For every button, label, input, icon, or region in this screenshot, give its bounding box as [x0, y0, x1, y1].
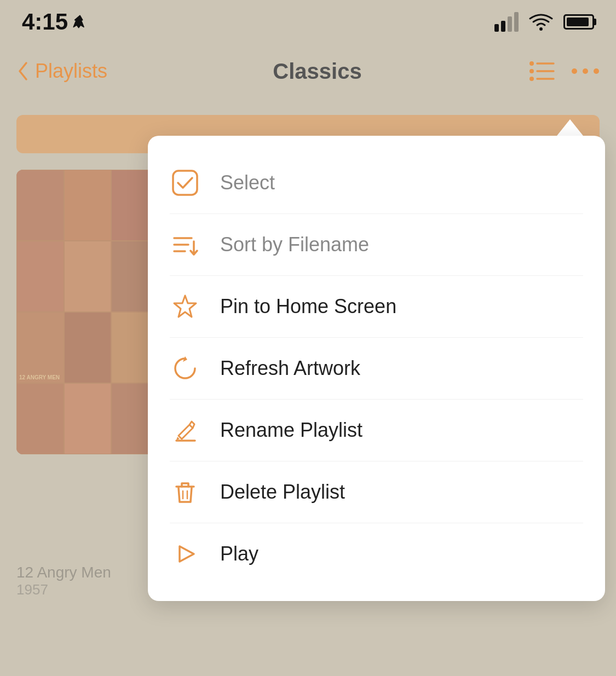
- play-icon: [170, 539, 200, 569]
- signal-icon: [494, 12, 519, 32]
- wifi-icon: [528, 12, 554, 32]
- menu-item-select[interactable]: Select: [170, 152, 583, 214]
- nav-actions: [527, 59, 600, 84]
- location-icon: [72, 14, 88, 30]
- svg-rect-10: [173, 171, 197, 195]
- page-title: Classics: [273, 59, 361, 84]
- more-icon[interactable]: [571, 66, 600, 77]
- svg-point-3: [529, 77, 534, 81]
- play-label: Play: [220, 542, 258, 565]
- pencil-icon: [170, 415, 200, 446]
- delete-label: Delete Playlist: [220, 481, 345, 504]
- status-bar: 4:15: [0, 0, 616, 44]
- time-display: 4:15: [22, 9, 68, 35]
- list-icon[interactable]: [527, 59, 556, 84]
- svg-point-0: [539, 27, 543, 31]
- status-time: 4:15: [22, 9, 88, 35]
- menu-item-pin[interactable]: Pin to Home Screen: [170, 276, 583, 338]
- checkbox-icon: [170, 167, 200, 198]
- album-year: 1957: [16, 581, 111, 598]
- svg-point-8: [583, 68, 588, 74]
- album-art: 12 ANGRY MEN: [16, 170, 159, 454]
- back-label: Playlists: [35, 60, 107, 83]
- back-chevron-icon: [16, 61, 30, 82]
- pin-label: Pin to Home Screen: [220, 295, 396, 318]
- svg-point-9: [594, 68, 599, 74]
- svg-point-2: [529, 69, 534, 73]
- popup-arrow: [557, 119, 583, 136]
- svg-point-7: [572, 68, 577, 74]
- select-label: Select: [220, 171, 275, 194]
- back-button[interactable]: Playlists: [16, 60, 107, 83]
- menu-item-sort[interactable]: Sort by Filename: [170, 214, 583, 276]
- menu-item-refresh[interactable]: Refresh Artwork: [170, 338, 583, 400]
- trash-icon: [170, 477, 200, 507]
- status-icons: [494, 12, 594, 32]
- menu-item-play[interactable]: Play: [170, 523, 583, 585]
- refresh-icon: [170, 353, 200, 384]
- sort-label: Sort by Filename: [220, 233, 369, 256]
- refresh-label: Refresh Artwork: [220, 357, 360, 380]
- battery-icon: [563, 14, 594, 30]
- rename-label: Rename Playlist: [220, 419, 362, 442]
- nav-bar: Playlists Classics: [0, 44, 616, 99]
- star-icon: [170, 291, 200, 322]
- sort-icon: [170, 229, 200, 260]
- album-title: 12 Angry Men: [16, 564, 111, 581]
- svg-point-1: [529, 61, 534, 66]
- album-info: 12 Angry Men 1957: [16, 564, 111, 598]
- menu-item-delete[interactable]: Delete Playlist: [170, 461, 583, 523]
- menu-item-rename[interactable]: Rename Playlist: [170, 400, 583, 461]
- context-menu: Select Sort by Filename Pin to Home Scre…: [148, 136, 605, 601]
